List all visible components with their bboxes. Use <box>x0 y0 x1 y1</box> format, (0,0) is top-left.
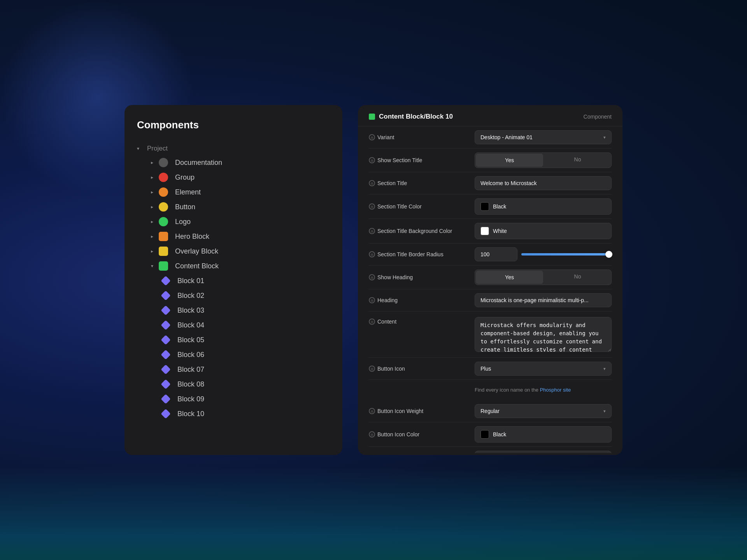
field-row-section-title-color: ⊕ Section Title Color Black <box>369 194 612 219</box>
show-heading-no[interactable]: No <box>544 270 611 285</box>
field-row-button-icon: ⊕ Button Icon Plus ▾ <box>369 358 612 380</box>
section-title-border-radius-thumb[interactable] <box>605 251 612 258</box>
tree-item-block-02[interactable]: Block 02 <box>137 288 330 303</box>
tree-item-block-09[interactable]: Block 09 <box>137 392 330 406</box>
block-06-label: Block 06 <box>177 351 204 359</box>
block-03-icon-wrap <box>163 306 173 315</box>
field-control-button-icon: Plus ▾ <box>475 362 612 376</box>
overlay-block-icon <box>159 247 168 256</box>
show-heading-yes[interactable]: Yes <box>476 271 543 284</box>
tree-item-button[interactable]: ▸ Button <box>137 200 330 214</box>
field-label-show-section-title: ⊕ Show Section Title <box>369 157 470 163</box>
tree-item-project[interactable]: ▾ Project <box>137 142 330 155</box>
chevron-logo: ▸ <box>151 219 159 224</box>
block-10-icon <box>161 409 170 418</box>
field-row-button-bg-color: ⊕ Button Background Color White <box>369 447 612 453</box>
block-03-label: Block 03 <box>177 306 204 315</box>
field-control-button-icon-color: Black <box>475 426 612 443</box>
tree-item-block-10[interactable]: Block 10 <box>137 406 330 421</box>
field-row-section-title-border-radius: ⊕ Section Title Border Radius 100 <box>369 243 612 266</box>
element-label: Element <box>175 188 201 196</box>
button-bg-color-picker[interactable]: White <box>475 451 612 453</box>
tree-item-block-04[interactable]: Block 04 <box>137 318 330 332</box>
show-section-title-yes[interactable]: Yes <box>476 154 543 167</box>
section-title-bg-color-picker[interactable]: White <box>475 223 612 239</box>
tree-item-block-06[interactable]: Block 06 <box>137 347 330 362</box>
tree-item-group[interactable]: ▸ Group <box>137 170 330 185</box>
field-row-button-icon-color: ⊕ Button Icon Color Black <box>369 422 612 447</box>
section-title-input[interactable]: Welcome to Microstack <box>475 176 612 190</box>
field-icon-button-icon: ⊕ <box>369 366 375 372</box>
tree-item-block-05[interactable]: Block 05 <box>137 332 330 347</box>
section-title-border-radius-track-bg <box>521 253 612 256</box>
hero-block-label: Hero Block <box>175 233 209 241</box>
field-label-variant: ⊕ Variant <box>369 134 470 140</box>
field-control-show-section-title: Yes No <box>475 152 612 168</box>
field-label-button-icon-weight: ⊕ Button Icon Weight <box>369 408 470 414</box>
right-panel-title-wrap: Content Block/Block 10 <box>369 113 453 121</box>
field-label-content: ⊕ Content <box>369 317 470 325</box>
documentation-icon <box>159 158 168 167</box>
tree-item-block-01[interactable]: Block 01 <box>137 273 330 288</box>
block-01-icon-wrap <box>163 276 173 285</box>
button-icon-weight-dropdown-chevron: ▾ <box>603 409 606 414</box>
block-02-icon-wrap <box>163 291 173 300</box>
tree-item-documentation[interactable]: ▸ Documentation <box>137 155 330 170</box>
field-label-section-title-color: ⊕ Section Title Color <box>369 203 470 210</box>
tree-item-overlay-block[interactable]: ▸ Overlay Block <box>137 244 330 259</box>
field-icon-show-section-title: ⊕ <box>369 157 375 163</box>
block-04-label: Block 04 <box>177 321 204 329</box>
block-02-icon <box>161 290 170 300</box>
hero-block-icon <box>159 232 168 241</box>
block-05-icon <box>161 335 170 345</box>
tree-item-content-block[interactable]: ▾ Content Block <box>137 259 330 273</box>
field-icon-content: ⊕ <box>369 318 375 325</box>
tree-item-hero-block[interactable]: ▸ Hero Block <box>137 229 330 244</box>
field-label-button-icon-color: ⊕ Button Icon Color <box>369 431 470 438</box>
section-title-border-radius-slider-row: 100 <box>475 247 612 261</box>
chevron-content-block: ▾ <box>151 263 159 269</box>
section-title-color-picker[interactable]: Black <box>475 198 612 215</box>
heading-input[interactable]: Microstack is one-page minimalistic mult… <box>475 293 612 307</box>
chevron-element: ▸ <box>151 189 159 195</box>
block-04-icon <box>161 320 170 330</box>
button-icon-dropdown-chevron: ▾ <box>603 366 606 371</box>
button-icon-weight-dropdown[interactable]: Regular ▾ <box>475 404 612 418</box>
chevron-hero-block: ▸ <box>151 234 159 239</box>
show-section-title-toggle: Yes No <box>475 152 612 168</box>
field-row-heading: ⊕ Heading Microstack is one-page minimal… <box>369 289 612 312</box>
variant-dropdown[interactable]: Desktop - Animate 01 ▾ <box>475 130 612 144</box>
tree-item-block-03[interactable]: Block 03 <box>137 303 330 318</box>
block-03-icon <box>161 305 170 315</box>
field-label-section-title-border-radius: ⊕ Section Title Border Radius <box>369 251 470 257</box>
section-title-bg-color-swatch <box>480 227 489 235</box>
field-control-show-heading: Yes No <box>475 270 612 285</box>
block-08-icon-wrap <box>163 380 173 389</box>
tree-item-logo[interactable]: ▸ Logo <box>137 214 330 229</box>
logo-icon <box>159 217 168 226</box>
show-section-title-no[interactable]: No <box>544 153 611 168</box>
section-title-border-radius-input[interactable]: 100 <box>475 247 517 261</box>
button-icon-color-picker[interactable]: Black <box>475 426 612 443</box>
field-icon-button-icon-weight: ⊕ <box>369 408 375 414</box>
field-control-section-title-color: Black <box>475 198 612 215</box>
hero-block-icon-wrap <box>161 232 170 241</box>
group-label: Group <box>175 173 195 182</box>
field-control-section-title-bg-color: White <box>475 223 612 239</box>
content-textarea[interactable]: Microstack offers modularity and compone… <box>475 317 612 352</box>
phosphor-link[interactable]: Phosphor site <box>540 387 571 393</box>
field-row-content: ⊕ Content Microstack offers modularity a… <box>369 312 612 358</box>
field-control-phosphor-hint: Find every icon name on the Phosphor sit… <box>475 385 612 394</box>
field-icon-show-heading: ⊕ <box>369 274 375 280</box>
overlay-block-icon-wrap <box>161 247 170 256</box>
tree-item-block-07[interactable]: Block 07 <box>137 362 330 377</box>
field-icon-section-title: ⊕ <box>369 180 375 186</box>
tree-item-element[interactable]: ▸ Element <box>137 185 330 200</box>
tree-item-block-08[interactable]: Block 08 <box>137 377 330 392</box>
chevron-button: ▸ <box>151 204 159 210</box>
overlay-block-label: Overlay Block <box>175 247 218 256</box>
block-01-label: Block 01 <box>177 277 204 285</box>
logo-label: Logo <box>175 218 191 226</box>
button-icon-dropdown[interactable]: Plus ▾ <box>475 362 612 376</box>
logo-icon-wrap <box>161 217 170 226</box>
